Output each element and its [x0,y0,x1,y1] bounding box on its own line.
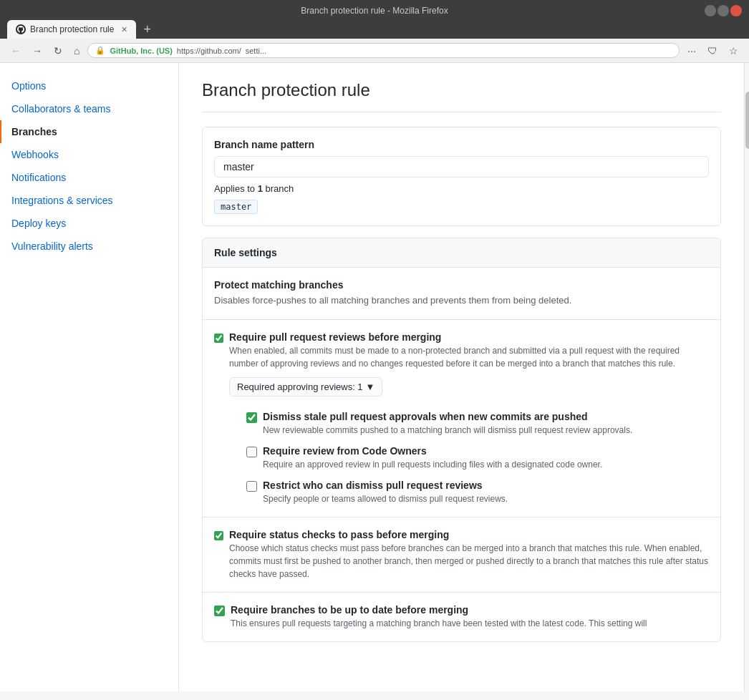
restrict-dismiss-checkbox-item: Restrict who can dismiss pull request re… [246,480,709,505]
require-uptodate-content: Require branches to be up to date before… [231,604,647,630]
require-status-label: Require status checks to pass before mer… [229,529,709,540]
url-text: https://github.com/ [177,47,241,55]
code-owners-checkbox[interactable] [246,447,257,457]
require-status-checkbox-item: Require status checks to pass before mer… [214,529,709,580]
sidebar-item-integrations[interactable]: Integrations & services [0,189,178,212]
restrict-dismiss-desc: Specify people or teams allowed to dismi… [263,492,508,505]
content-wrapper: Options Collaborators & teams Branches W… [0,63,749,691]
require-pr-section: Require pull request reviews before merg… [203,320,720,517]
tab-favicon [16,24,26,34]
branch-badge: master [214,200,258,214]
dismiss-stale-checkbox[interactable] [246,412,257,423]
require-pr-content: Require pull request reviews before merg… [229,331,709,505]
applies-suffix: branch [263,183,294,194]
protect-section-title: Protect matching branches [214,279,709,291]
back-button[interactable]: ← [7,44,24,58]
require-pr-checkbox-item: Require pull request reviews before merg… [214,331,709,505]
dismiss-stale-label: Dismiss stale pull request approvals whe… [263,411,632,422]
require-pr-checkbox[interactable] [214,333,223,344]
page-wrapper: Options Collaborators & teams Branches W… [0,63,744,691]
forward-button[interactable]: → [29,44,46,58]
rule-settings-header: Rule settings [203,238,720,268]
restrict-dismiss-label: Restrict who can dismiss pull request re… [263,480,508,491]
tab-label: Branch protection rule [30,24,114,34]
require-uptodate-label: Require branches to be up to date before… [231,604,647,616]
url-suffix: setti... [246,47,266,55]
scrollbar[interactable] [744,63,749,691]
require-status-section: Require status checks to pass before mer… [203,517,720,593]
browser-tab[interactable]: Branch protection rule ✕ [7,20,136,39]
sidebar-item-branches[interactable]: Branches [0,120,178,143]
require-uptodate-checkbox-item: Require branches to be up to date before… [214,604,709,630]
sidebar-item-deploy-keys[interactable]: Deploy keys [0,212,178,235]
browser-chrome: Branch protection rule - Mozilla Firefox… [0,0,749,39]
branch-name-section: Branch name pattern Applies to 1 branch … [202,127,721,226]
sidebar-item-webhooks[interactable]: Webhooks [0,143,178,166]
close-button[interactable] [730,5,742,16]
more-button[interactable]: ··· [684,44,700,58]
browser-controls [705,5,742,16]
browser-toolbar: ← → ↻ ⌂ 🔒 GitHub, Inc. (US) https://gith… [0,39,749,63]
sidebar-item-vulnerability-alerts[interactable]: Vulnerability alerts [0,235,178,258]
require-uptodate-section: Require branches to be up to date before… [203,593,720,641]
secure-icon: 🔒 [95,46,105,55]
company-label: GitHub, Inc. (US) [110,47,172,55]
dismiss-stale-checkbox-item: Dismiss stale pull request approvals whe… [246,411,709,437]
applies-text: Applies to 1 branch [214,183,709,194]
require-pr-desc: When enabled, all commits must be made t… [229,344,709,370]
home-button[interactable]: ⌂ [70,44,83,58]
require-uptodate-desc: This ensures pull requests targeting a m… [231,617,647,630]
sidebar-item-options[interactable]: Options [0,74,178,97]
browser-tabs: Branch protection rule ✕ + [7,20,742,39]
require-status-desc: Choose which status checks must pass bef… [229,542,709,580]
code-owners-checkbox-item: Require review from Code Owners Require … [246,445,709,471]
browser-title: Branch protection rule - Mozilla Firefox [301,6,448,16]
require-uptodate-checkbox[interactable] [214,606,225,616]
page-title: Branch protection rule [202,80,721,112]
code-owners-desc: Require an approved review in pull reque… [263,458,602,471]
sidebar-item-collaborators[interactable]: Collaborators & teams [0,97,178,120]
browser-titlebar: Branch protection rule - Mozilla Firefox [7,6,742,16]
dropdown-label: Required approving reviews: 1 [237,381,363,392]
toolbar-extra: ··· 🛡 ☆ [684,44,742,58]
protect-matching-section: Protect matching branches Disables force… [203,268,720,320]
rule-settings-card: Rule settings Protect matching branches … [202,238,721,642]
new-tab-button[interactable]: + [137,20,157,39]
field-label: Branch name pattern [214,139,709,150]
applies-count: 1 [258,183,263,194]
minimize-button[interactable] [705,5,716,16]
require-pr-label: Require pull request reviews before merg… [229,331,709,343]
code-owners-label: Require review from Code Owners [263,445,602,457]
applies-prefix: Applies to [214,183,258,194]
branch-name-input[interactable] [214,156,709,178]
address-bar[interactable]: 🔒 GitHub, Inc. (US) https://github.com/ … [87,43,680,58]
reader-button[interactable]: 🛡 [704,44,721,58]
nested-options: Dismiss stale pull request approvals whe… [246,411,709,505]
sidebar: Options Collaborators & teams Branches W… [0,63,179,691]
chevron-down-icon: ▼ [366,381,375,392]
approving-reviews-dropdown[interactable]: Required approving reviews: 1 ▼ [229,377,382,397]
scrollbar-thumb[interactable] [745,92,749,149]
bookmark-button[interactable]: ☆ [725,44,742,58]
sidebar-item-notifications[interactable]: Notifications [0,166,178,189]
restrict-dismiss-checkbox[interactable] [246,481,257,492]
require-status-checkbox[interactable] [214,530,223,541]
protect-section-desc: Disables force-pushes to all matching br… [214,293,709,308]
restrict-dismiss-content: Restrict who can dismiss pull request re… [263,480,508,505]
main-content: Branch protection rule Branch name patte… [179,63,744,691]
require-status-content: Require status checks to pass before mer… [229,529,709,580]
dismiss-stale-content: Dismiss stale pull request approvals whe… [263,411,632,437]
dismiss-stale-desc: New reviewable commits pushed to a match… [263,424,632,437]
tab-close-button[interactable]: ✕ [121,25,127,34]
maximize-button[interactable] [717,5,729,16]
refresh-button[interactable]: ↻ [50,44,66,58]
code-owners-content: Require review from Code Owners Require … [263,445,602,471]
